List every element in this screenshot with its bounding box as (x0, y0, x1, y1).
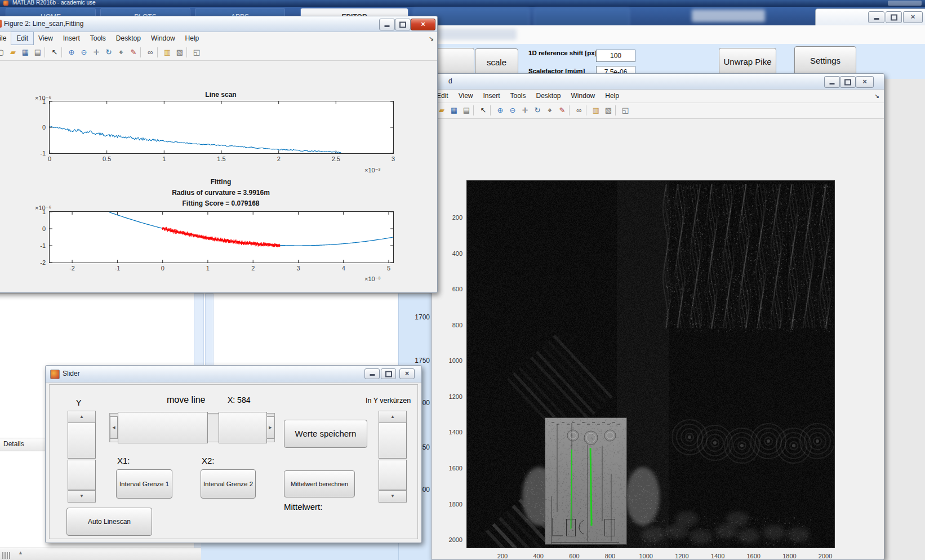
save-icon[interactable]: ▦ (20, 47, 31, 58)
in-y-slider[interactable]: ▲ ▼ (379, 411, 407, 502)
fitting-axes[interactable]: -2-101234510-1-2 (49, 211, 394, 263)
slider-close-button[interactable]: × (399, 368, 415, 379)
menu-tools[interactable]: Tools (85, 32, 111, 45)
figure2-titlebar[interactable]: Figure 2: Line_scan,Fitting × (0, 16, 437, 32)
zoom-in-icon[interactable]: ⊕ (66, 47, 77, 58)
menu-edit[interactable]: Edit (11, 32, 33, 45)
insert-legend-icon[interactable]: ▧ (174, 47, 185, 58)
insert-colorbar-icon[interactable]: ▥ (590, 105, 602, 116)
mittelwert-berechnen-button[interactable]: Mittelwert berechnen (284, 470, 355, 497)
menu-window[interactable]: Window (146, 32, 180, 45)
linescan-x-tick: 0 (48, 155, 51, 162)
edit-cursor-icon[interactable]: ↖ (478, 105, 489, 116)
interferogram-image[interactable] (467, 181, 834, 548)
in-y-slider-thumb-2[interactable] (379, 460, 407, 490)
move-line-slider[interactable]: ◀ ▶ (109, 412, 275, 442)
move-line-slider-box-2[interactable] (219, 412, 267, 443)
image-x-tick: 1400 (711, 553, 724, 559)
details-panel-header[interactable]: Details (0, 438, 48, 451)
unwrap-pike-button[interactable]: Unwrap Pike (719, 48, 776, 76)
matlab-main-titlebar: MATLAB R2016b - academic use (0, 0, 925, 7)
in-y-slider-down-arrow[interactable]: ▼ (379, 490, 407, 503)
figure-d-minimize-button[interactable] (824, 76, 840, 88)
scale-button[interactable]: scale (475, 48, 518, 77)
link-plot-icon[interactable]: ∞ (145, 47, 156, 58)
statusbar-grip-icon[interactable] (2, 551, 11, 560)
auto-linescan-button[interactable]: Auto Linescan (66, 508, 152, 536)
y-slider-up-arrow[interactable]: ▲ (68, 411, 96, 423)
print-icon[interactable]: ▤ (32, 47, 43, 58)
dock-figure-icon[interactable]: ◱ (191, 47, 202, 58)
partial-button[interactable] (434, 48, 474, 76)
open-file-icon[interactable]: ▰ (7, 47, 19, 58)
slider-maximize-button[interactable] (381, 368, 396, 379)
menu-insert[interactable]: Insert (478, 90, 505, 102)
in-y-slider-thumb[interactable] (379, 423, 407, 459)
interval-grenze-1-button[interactable]: Interval Grenze 1 (116, 469, 172, 499)
open-file-icon[interactable]: ▰ (436, 105, 447, 116)
menu-tools[interactable]: Tools (505, 90, 531, 102)
y-slider-thumb[interactable] (68, 423, 96, 459)
settings-button[interactable]: Settings (794, 46, 856, 75)
gui-close-button[interactable]: × (903, 11, 923, 23)
gui-minimize-button[interactable] (868, 11, 884, 23)
statusbar-expand-icon[interactable]: ▲ (18, 550, 23, 555)
menu-desktop[interactable]: Desktop (531, 90, 566, 102)
gui-maximize-button[interactable] (886, 11, 902, 23)
in-y-slider-up-arrow[interactable]: ▲ (379, 411, 407, 423)
new-figure-icon[interactable]: ▢ (0, 47, 6, 58)
slider-minimize-button[interactable] (364, 368, 380, 379)
move-line-slider-thumb[interactable] (118, 412, 208, 443)
move-line-slider-right-arrow[interactable]: ▶ (266, 416, 274, 439)
rotate-3d-icon[interactable]: ↻ (103, 47, 114, 58)
move-line-slider-left-arrow[interactable]: ◀ (110, 416, 118, 439)
variable-cell[interactable]: 1700 (415, 313, 430, 321)
insert-legend-icon[interactable]: ▧ (603, 105, 614, 116)
pan-icon[interactable]: ✛ (519, 105, 531, 116)
menu-insert[interactable]: Insert (58, 32, 85, 45)
edit-cursor-icon[interactable]: ↖ (49, 47, 60, 58)
y-slider-down-arrow[interactable]: ▼ (68, 490, 96, 503)
interferogram-axes[interactable]: 2004006008001000120014001600180020002004… (466, 180, 835, 548)
rotate-3d-icon[interactable]: ↻ (532, 105, 543, 116)
print-icon[interactable]: ▤ (461, 105, 472, 116)
figure2-minimize-button[interactable] (379, 19, 395, 30)
menu-view[interactable]: View (33, 32, 58, 45)
zoom-in-icon[interactable]: ⊕ (495, 105, 506, 116)
image-y-tick: 400 (452, 250, 462, 257)
figure-d-titlebar[interactable]: d × (432, 74, 884, 90)
figure-d-close-button[interactable]: × (856, 76, 874, 88)
brush-icon[interactable]: ✎ (128, 47, 139, 58)
pan-icon[interactable]: ✛ (91, 47, 102, 58)
menu-help[interactable]: Help (600, 90, 624, 102)
data-cursor-icon[interactable]: ⌖ (544, 105, 555, 116)
dock-figure-icon[interactable]: ◱ (620, 105, 631, 116)
werte-speichern-button[interactable]: Werte speichern (284, 420, 367, 448)
linescan-axes[interactable]: 00.511.522.5310-1 (49, 101, 394, 154)
data-cursor-icon[interactable]: ⌖ (115, 47, 127, 58)
dock-arrow-icon[interactable]: ↘ (874, 92, 879, 100)
dock-arrow-icon[interactable]: ↘ (429, 35, 434, 42)
menu-help[interactable]: Help (180, 32, 204, 45)
slider-titlebar[interactable]: Slider × (46, 366, 421, 383)
interval-grenze-2-button[interactable]: Interval Grenze 2 (201, 469, 256, 499)
menu-window[interactable]: Window (566, 90, 601, 102)
menu-file[interactable]: File (0, 32, 11, 45)
save-icon[interactable]: ▦ (448, 105, 460, 116)
insert-colorbar-icon[interactable]: ▥ (162, 47, 173, 58)
variable-cell[interactable]: 1750 (415, 357, 430, 365)
y-slider-thumb-2[interactable] (68, 460, 96, 490)
brush-icon[interactable]: ✎ (557, 105, 568, 116)
figure2-close-button[interactable]: × (411, 19, 435, 30)
y-slider[interactable]: ▲ ▼ (68, 411, 96, 502)
menu-desktop[interactable]: Desktop (111, 32, 146, 45)
menu-view[interactable]: View (453, 90, 478, 102)
top-window-controls[interactable] (888, 1, 922, 6)
tab-blurred-2[interactable] (534, 8, 630, 26)
zoom-out-icon[interactable]: ⊖ (507, 105, 518, 116)
link-plot-icon[interactable]: ∞ (573, 105, 585, 116)
ref-shift-input[interactable]: 100 (596, 50, 635, 62)
figure2-maximize-button[interactable] (395, 19, 411, 30)
figure-d-maximize-button[interactable] (840, 76, 856, 88)
zoom-out-icon[interactable]: ⊖ (78, 47, 90, 58)
